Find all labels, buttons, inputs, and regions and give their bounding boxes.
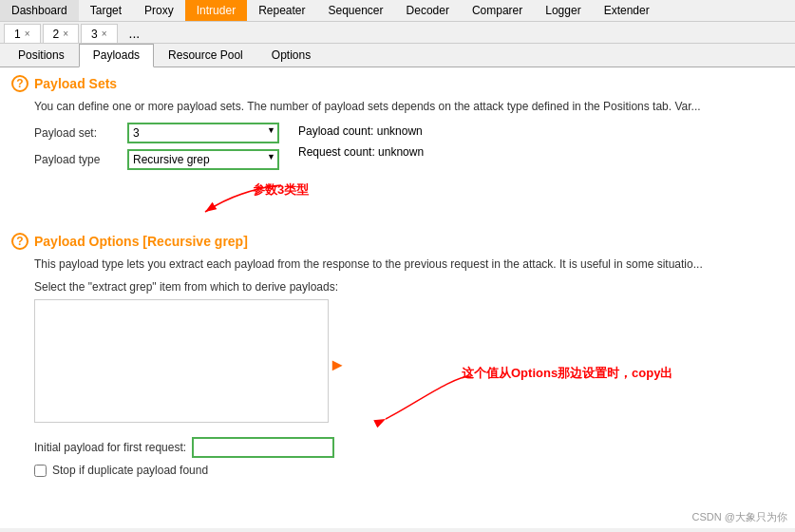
- sub-tab-payloads[interactable]: Payloads: [79, 44, 154, 67]
- tab-2-label: 2: [53, 28, 60, 41]
- tab-bar: 1 × 2 × 3 × ...: [0, 22, 795, 44]
- payload-type-row: Payload type Simple list Runtime file Cu…: [34, 149, 279, 170]
- payload-counts: Payload count: unknown Request count: un…: [298, 123, 424, 159]
- annotation1-text: 参数3类型: [253, 181, 309, 199]
- request-count-row: Request count: unknown: [298, 145, 424, 159]
- tab-2[interactable]: 2 ×: [43, 24, 80, 43]
- tab-3[interactable]: 3 ×: [81, 24, 118, 43]
- tab-1-label: 1: [14, 28, 21, 41]
- menu-target[interactable]: Target: [79, 0, 133, 21]
- payload-count-value: unknown: [377, 124, 423, 138]
- payload-sets-form: Payload set: 1 2 3 Payload type: [11, 123, 784, 219]
- stop-duplicate-row: Stop if duplicate payload found: [34, 464, 784, 477]
- main-content: ? Payload Sets You can define one or mor…: [0, 67, 795, 528]
- tab-1-close[interactable]: ×: [25, 28, 30, 39]
- payload-set-select-wrapper: 1 2 3: [127, 123, 279, 143]
- payload-sets-title: Payload Sets: [34, 76, 117, 91]
- menu-repeater[interactable]: Repeater: [247, 0, 316, 21]
- menu-intruder[interactable]: Intruder: [185, 0, 247, 21]
- menu-comparer[interactable]: Comparer: [461, 0, 534, 21]
- initial-payload-label: Initial payload for first request:: [34, 441, 186, 454]
- payload-options-title: Payload Options [Recursive grep]: [34, 234, 248, 249]
- extract-box-container: ►: [34, 299, 329, 430]
- menu-proxy[interactable]: Proxy: [133, 0, 185, 21]
- payload-set-select[interactable]: 1 2 3: [127, 123, 279, 143]
- initial-payload-input[interactable]: [192, 437, 334, 458]
- menu-extender[interactable]: Extender: [593, 0, 661, 21]
- payload-set-row: Payload set: 1 2 3: [34, 123, 279, 143]
- annotation2-container: 这个值从Options那边设置时，copy出: [338, 357, 784, 433]
- payload-set-label: Payload set:: [34, 126, 120, 140]
- extract-listbox[interactable]: [34, 299, 329, 423]
- request-count-value: unknown: [378, 145, 424, 159]
- extract-area: Select the "extract grep" item from whic…: [11, 280, 784, 477]
- payload-sets-desc: You can define one or more payload sets.…: [11, 98, 784, 115]
- menu-bar: Dashboard Target Proxy Intruder Repeater…: [0, 0, 795, 22]
- tab-1[interactable]: 1 ×: [4, 24, 41, 43]
- payload-sets-section: ? Payload Sets You can define one or mor…: [11, 75, 784, 219]
- sub-tab-positions[interactable]: Positions: [4, 44, 79, 66]
- annotation2-text: 这个值从Options那边设置时，copy出: [462, 365, 672, 382]
- menu-logger[interactable]: Logger: [534, 0, 592, 21]
- payload-options-help-icon[interactable]: ?: [11, 233, 28, 250]
- payload-type-select-wrapper: Simple list Runtime file Custom iterator…: [127, 149, 279, 170]
- payload-options-header: ? Payload Options [Recursive grep]: [11, 233, 784, 250]
- annotation1-container: 参数3类型: [34, 178, 784, 219]
- payload-count-label: Payload count:: [298, 124, 373, 138]
- sub-tab-bar: Positions Payloads Resource Pool Options: [0, 44, 795, 67]
- payload-type-label: Payload type: [34, 153, 120, 166]
- menu-sequencer[interactable]: Sequencer: [317, 0, 395, 21]
- sub-tab-options[interactable]: Options: [257, 44, 325, 66]
- menu-dashboard[interactable]: Dashboard: [0, 0, 79, 21]
- request-count-label: Request count:: [298, 145, 375, 159]
- initial-payload-row: Initial payload for first request:: [34, 437, 784, 458]
- payload-sets-header: ? Payload Sets: [11, 75, 784, 92]
- payload-options-section: ? Payload Options [Recursive grep] This …: [11, 233, 784, 477]
- tab-3-close[interactable]: ×: [102, 28, 107, 39]
- stop-duplicate-label: Stop if duplicate payload found: [52, 464, 208, 477]
- tab-2-close[interactable]: ×: [63, 28, 68, 39]
- menu-decoder[interactable]: Decoder: [395, 0, 461, 21]
- tab-more[interactable]: ...: [120, 24, 150, 43]
- extract-label: Select the "extract grep" item from whic…: [34, 280, 784, 294]
- stop-duplicate-checkbox[interactable]: [34, 465, 47, 477]
- watermark: CSDN @大象只为你: [692, 510, 787, 524]
- payload-count-row: Payload count: unknown: [298, 124, 424, 138]
- annotation1-arrow: [148, 178, 338, 219]
- tab-3-label: 3: [91, 28, 98, 41]
- payload-type-select[interactable]: Simple list Runtime file Custom iterator…: [127, 149, 279, 170]
- payload-sets-help-icon[interactable]: ?: [11, 75, 28, 92]
- payload-options-desc: This payload type lets you extract each …: [11, 256, 784, 273]
- sub-tab-resource-pool[interactable]: Resource Pool: [154, 44, 257, 66]
